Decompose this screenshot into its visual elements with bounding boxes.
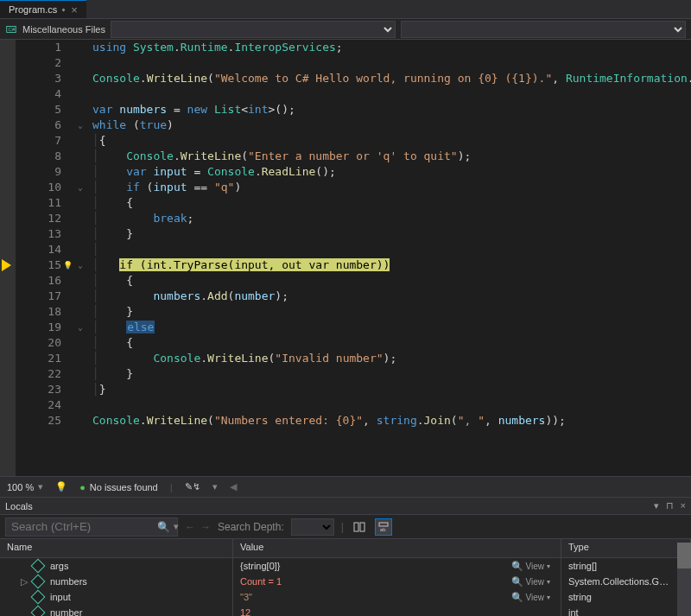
lens-icon[interactable]: 🔍 [511,576,523,587]
fold-icon[interactable]: ⌄ [78,261,82,270]
locals-panel: Locals ▾ ⊓ × 🔍 ▾ ← → Search Depth: | ab … [0,497,691,616]
close-icon[interactable]: × [71,3,78,16]
var-type: string[] [561,558,691,574]
current-line-arrow-icon [2,259,11,271]
var-type: System.Collections.G… [561,574,691,589]
locals-toolbar: 🔍 ▾ ← → Search Depth: | ab [0,515,691,539]
variable-icon [31,559,46,574]
editor-status-bar: 100 % ▾ 💡 ● No issues found | ✎↯ ▾ ◀ [0,476,691,497]
nav-left-icon[interactable]: ◀ [230,481,237,492]
locals-table-body: args{string[0]}🔍 View ▾string[]▷numbersC… [0,558,691,616]
locals-search[interactable]: 🔍 ▾ [5,518,178,537]
search-input[interactable] [11,520,157,533]
search-depth-label: Search Depth: [218,521,284,533]
context-scope: Miscellaneous Files [22,24,105,35]
var-value: "3" [240,592,252,602]
search-icon[interactable]: 🔍 [157,521,170,533]
tab-title: Program.cs [9,4,57,15]
breakpoint-margin[interactable] [0,40,16,476]
table-row[interactable]: ▷numbersCount = 1🔍 View ▾System.Collecti… [0,574,691,589]
var-name: args [50,561,68,571]
code-area[interactable]: using System.Runtime.InteropServices;Con… [89,40,691,476]
tab-bar: Program.cs ▪ × [0,0,691,19]
context-dropdown-1[interactable] [111,21,396,38]
nav-fwd-icon[interactable]: → [200,521,211,533]
variable-icon [31,575,46,589]
var-value: {string[0]} [240,561,280,571]
locals-scrollbar[interactable] [677,543,691,616]
var-name: number [50,607,82,616]
line-gutter: 1234567891011121314151617181920212223242… [16,40,72,476]
fold-margin[interactable]: ⌄⌄⌄💡⌄ [72,40,89,476]
col-name[interactable]: Name [0,539,233,557]
fold-icon[interactable]: ⌄ [78,121,82,130]
table-row[interactable]: number12int [0,605,691,616]
locals-header: Locals ▾ ⊓ × [0,498,691,515]
wand-icon[interactable]: ✎↯ [185,481,200,492]
expander-icon[interactable]: ▷ [21,576,29,587]
context-dropdown-2[interactable] [401,21,686,38]
var-name: input [50,592,71,602]
pin-panel-icon[interactable]: ⊓ [666,500,674,511]
lightbulb-icon[interactable]: 💡 [63,261,73,270]
pin-icon[interactable]: ▪ [60,4,69,14]
issues-status[interactable]: ● No issues found [79,482,158,492]
svg-rect-4 [379,523,388,526]
table-row[interactable]: args{string[0]}🔍 View ▾string[] [0,558,691,574]
svg-text:ab: ab [380,527,386,532]
lens-icon[interactable]: 🔍 [511,592,523,603]
col-type[interactable]: Type [561,539,691,557]
nav-back-icon[interactable]: ← [185,521,195,533]
dropdown-icon[interactable]: ▾ [654,500,659,511]
zoom-level[interactable]: 100 % ▾ [7,481,43,492]
var-type: string [561,589,691,605]
lightbulb-status-icon[interactable]: 💡 [55,481,67,492]
svg-rect-2 [354,523,358,531]
col-value[interactable]: Value [233,539,561,557]
var-type: int [561,605,691,616]
code-editor[interactable]: 1234567891011121314151617181920212223242… [0,40,691,476]
fold-icon[interactable]: ⌄ [78,323,82,332]
toggle-2-icon[interactable]: ab [375,518,392,536]
svg-text:C#: C# [9,25,16,31]
csharp-icon: C# [5,23,17,35]
lens-icon[interactable]: 🔍 [511,561,523,572]
svg-rect-3 [360,523,365,531]
var-value: 12 [240,607,250,616]
context-bar: C# Miscellaneous Files [0,19,691,40]
check-icon: ● [79,482,86,492]
variable-icon [31,606,46,616]
locals-title: Locals [5,501,33,511]
close-panel-icon[interactable]: × [681,500,686,511]
locals-table-header: Name Value Type [0,539,691,558]
search-depth-select[interactable] [291,518,334,536]
variable-icon [31,590,46,605]
var-name: numbers [50,576,87,587]
tab-program-cs[interactable]: Program.cs ▪ × [0,0,86,18]
var-value: Count = 1 [240,576,282,587]
table-row[interactable]: input"3"🔍 View ▾string [0,589,691,605]
toggle-1-icon[interactable] [351,518,368,536]
fold-icon[interactable]: ⌄ [78,183,82,192]
